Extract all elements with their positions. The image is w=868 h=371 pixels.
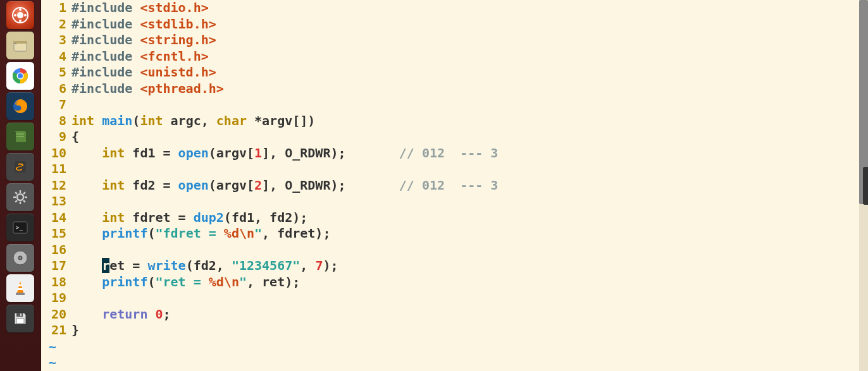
line-content[interactable]: { [71, 129, 79, 145]
line-number: 6 [41, 81, 71, 97]
code-line[interactable]: 19 [41, 290, 868, 307]
sublime-icon[interactable] [6, 153, 34, 181]
svg-rect-34 [20, 313, 22, 316]
code-line[interactable]: 16 [41, 242, 868, 258]
code-line[interactable]: 15 printf("fdret = %d\n", fdret); [41, 226, 868, 242]
code-line[interactable]: 8int main(int argc, char *argv[]) [41, 113, 868, 130]
line-number: 18 [41, 274, 71, 291]
svg-rect-35 [16, 319, 24, 324]
line-content[interactable]: #include <unistd.h> [71, 64, 216, 81]
line-number: 21 [41, 322, 71, 339]
line-number: 15 [41, 226, 71, 242]
line-number: 17 [41, 258, 71, 274]
line-number: 20 [41, 307, 71, 323]
line-number: 19 [41, 290, 71, 307]
side-handle-icon[interactable] [863, 167, 868, 205]
firefox-icon[interactable] [6, 92, 34, 120]
svg-point-2 [19, 8, 22, 11]
code-line[interactable]: 4#include <fcntl.h> [41, 49, 868, 65]
line-content[interactable]: ret = write(fd2, "1234567", 7); [71, 258, 338, 274]
svg-point-11 [18, 73, 23, 78]
svg-rect-14 [16, 136, 24, 137]
line-content[interactable]: int fd2 = open(argv[2], O_RDWR); // 012 … [71, 178, 498, 194]
line-content[interactable]: return 0; [71, 307, 171, 323]
dash-icon[interactable] [6, 1, 34, 29]
svg-rect-32 [16, 293, 25, 295]
code-line[interactable]: 12 int fd2 = open(argv[2], O_RDWR); // 0… [41, 178, 868, 194]
code-editor[interactable]: 1#include <stdio.h>2#include <stdlib.h>3… [41, 0, 868, 371]
svg-line-23 [23, 192, 25, 194]
line-content[interactable]: printf("fdret = %d\n", fdret); [71, 226, 330, 242]
line-content[interactable]: #include <string.h> [71, 32, 216, 49]
line-content[interactable]: int fd1 = open(argv[1], O_RDWR); // 012 … [71, 145, 498, 162]
svg-point-5 [14, 14, 16, 16]
files-icon[interactable] [6, 32, 34, 59]
svg-point-29 [20, 257, 22, 259]
line-content[interactable]: #include <pthread.h> [71, 81, 224, 97]
code-line[interactable]: 20 return 0; [41, 307, 868, 323]
code-line[interactable]: 18 printf("ret = %d\n", ret); [41, 274, 868, 291]
svg-rect-30 [19, 284, 22, 286]
code-line[interactable]: 11 [41, 161, 868, 178]
line-number: 8 [41, 113, 71, 130]
code-line[interactable]: 2#include <stdlib.h> [41, 16, 868, 33]
line-number: 16 [41, 242, 71, 258]
code-line[interactable]: 14 int fdret = dup2(fd1, fd2); [41, 210, 868, 226]
save-icon[interactable] [6, 305, 34, 332]
terminal-icon[interactable]: >_ [6, 214, 34, 241]
settings-icon[interactable] [6, 183, 34, 211]
code-line[interactable]: 7 [41, 97, 868, 113]
vlc-icon[interactable] [6, 274, 34, 302]
svg-point-1 [17, 12, 23, 18]
code-line[interactable]: 13 [41, 193, 868, 210]
disk-icon[interactable] [6, 244, 34, 272]
line-content[interactable]: #include <stdlib.h> [71, 16, 216, 33]
code-line[interactable]: 6#include <pthread.h> [41, 81, 868, 97]
svg-rect-8 [15, 43, 16, 44]
code-line[interactable]: 5#include <unistd.h> [41, 64, 868, 81]
line-content[interactable]: } [71, 322, 79, 339]
svg-line-22 [23, 200, 25, 202]
line-number: 1 [41, 0, 71, 16]
book-icon[interactable] [6, 123, 34, 150]
line-number: 14 [41, 210, 71, 226]
line-content[interactable]: #include <fcntl.h> [71, 49, 209, 65]
empty-line-tilde: ~ [41, 339, 868, 355]
line-number: 12 [41, 178, 71, 194]
line-content[interactable]: int main(int argc, char *argv[]) [71, 113, 315, 130]
svg-text:>_: >_ [16, 224, 23, 231]
line-number: 11 [41, 161, 71, 178]
svg-point-3 [24, 14, 27, 16]
line-number: 3 [41, 32, 71, 49]
svg-line-21 [15, 192, 17, 194]
line-number: 7 [41, 97, 71, 113]
line-number: 13 [41, 193, 71, 210]
code-area[interactable]: 1#include <stdio.h>2#include <stdlib.h>3… [41, 0, 868, 371]
line-number: 4 [41, 49, 71, 65]
line-content[interactable]: #include <stdio.h> [71, 0, 209, 16]
empty-line-tilde: ~ [41, 355, 868, 371]
line-content[interactable]: printf("ret = %d\n", ret); [71, 274, 300, 291]
svg-rect-13 [16, 133, 24, 135]
svg-rect-33 [16, 313, 23, 317]
code-line[interactable]: 3#include <string.h> [41, 32, 868, 49]
code-line[interactable]: 10 int fd1 = open(argv[1], O_RDWR); // 0… [41, 145, 868, 162]
line-number: 10 [41, 145, 71, 162]
line-number: 2 [41, 16, 71, 33]
line-number: 5 [41, 64, 71, 81]
line-content[interactable]: int fdret = dup2(fd1, fd2); [71, 210, 307, 226]
code-line[interactable]: 21} [41, 322, 868, 339]
code-line[interactable]: 1#include <stdio.h> [41, 0, 868, 16]
code-line[interactable]: 9{ [41, 129, 868, 145]
code-line[interactable]: 17 ret = write(fd2, "1234567", 7); [41, 258, 868, 274]
svg-point-4 [19, 20, 22, 22]
line-number: 9 [41, 129, 71, 145]
svg-point-16 [17, 194, 23, 200]
unity-launcher: >_ [0, 0, 41, 371]
svg-line-24 [15, 200, 17, 202]
chrome-icon[interactable] [6, 62, 34, 90]
svg-rect-31 [18, 288, 23, 290]
